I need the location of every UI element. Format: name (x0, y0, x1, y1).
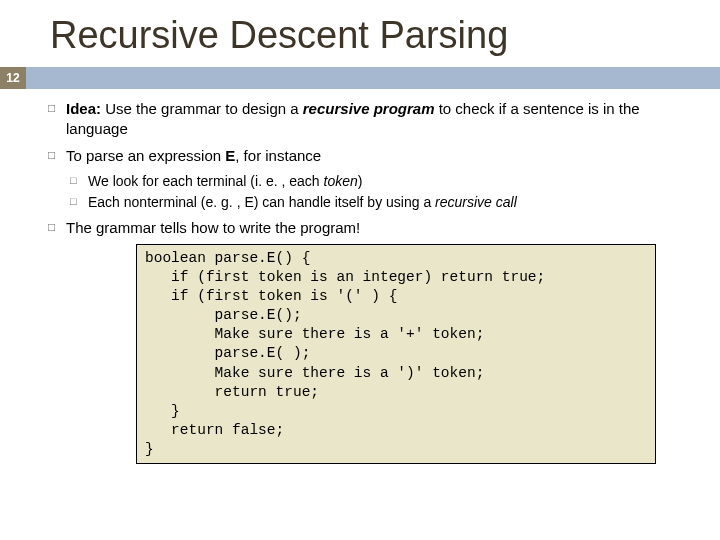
accent-band: 12 (0, 67, 720, 89)
subbullet-nonterminal-t1: Each nonterminal (e. g. , E) can handle … (88, 194, 435, 210)
slide: Recursive Descent Parsing 12 Idea: Use t… (0, 0, 720, 540)
bullet-parse-t2: , for instance (235, 147, 321, 164)
subbullet-terminal: We look for each terminal (i. e. , each … (70, 172, 692, 191)
bullet-parse: To parse an expression E, for instance (48, 146, 692, 166)
subbullet-nonterminal: Each nonterminal (e. g. , E) can handle … (70, 193, 692, 212)
content-area: Idea: Use the grammar to design a recurs… (0, 89, 720, 464)
bullet-parse-t1: To parse an expression (66, 147, 225, 164)
subbullet-terminal-t2: ) (358, 173, 363, 189)
bullet-grammar: The grammar tells how to write the progr… (48, 218, 692, 238)
bullet-idea-lead: Idea: (66, 100, 101, 117)
subbullet-terminal-em: token (324, 173, 358, 189)
bullet-idea-em: recursive program (303, 100, 435, 117)
bullet-grammar-t1: The grammar tells how to write the progr… (66, 219, 360, 236)
bullet-idea-t1: Use the grammar to design a (101, 100, 303, 117)
bullet-idea: Idea: Use the grammar to design a recurs… (48, 99, 692, 140)
code-block: boolean parse.E() { if (first token is a… (136, 244, 656, 464)
slide-title: Recursive Descent Parsing (0, 0, 720, 67)
page-number-badge: 12 (0, 67, 26, 89)
bullet-parse-bold: E (225, 147, 235, 164)
subbullet-nonterminal-em: recursive call (435, 194, 517, 210)
subbullet-terminal-t1: We look for each terminal (i. e. , each (88, 173, 324, 189)
